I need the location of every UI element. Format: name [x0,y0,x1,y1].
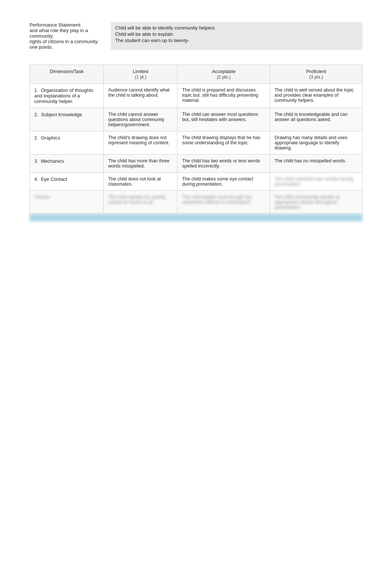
col-header-dimension: Dimension/Task [30,65,104,84]
header-line1: Child will be able to identify community… [115,25,358,31]
cell-acceptable: The child can answer most questions but,… [178,108,270,131]
cell-limited: The child speaks too quietly, cannot be … [104,191,178,214]
header-line2: and what role they play in a community. [30,28,88,39]
table-row: 4. Eye ContactThe child does not look at… [30,173,362,191]
header-section: Performance Statement: and what role the… [30,22,362,50]
cell-dimension: 4. Eye Contact [30,173,104,191]
header-line5: The student can earn up to twenty- [115,38,358,43]
cell-limited: Audience cannot identify what the child … [104,84,178,108]
cell-dimension: 3. Mechanics [30,155,104,173]
performance-statement-label: Performance Statement: [30,22,82,28]
table-row: VolumeThe child speaks too quietly, cann… [30,191,362,214]
cell-proficient: The child is knowledgeable and can answe… [270,108,362,131]
table-row: 3. MechanicsThe child has more than thre… [30,155,362,173]
cell-limited: The child has more than three words miss… [104,155,178,173]
header-right: Child will be able to identify community… [111,22,362,50]
cell-limited: The child does not look at classmates. [104,173,178,191]
header-line3: Child will be able to explain [115,31,358,37]
cell-dimension: 2. Subject Knowledge [30,108,104,131]
col-header-acceptable: Acceptable (2 pts.) [178,65,270,84]
rubric-table: Dimension/Task Limited (1 pt.) Acceptabl… [30,65,362,214]
cell-acceptable: The child has two words or less words sp… [178,155,270,173]
table-row: 1. Organization of thoughts and explanat… [30,84,362,108]
cell-proficient: The child is well versed about the topic… [270,84,362,108]
header-label: Performance Statement: and what role the… [30,22,111,50]
col-header-limited: Limited (1 pt.) [104,65,178,84]
cell-dimension: Volume [30,191,104,214]
cell-proficient: The child maintains eye contact during p… [270,173,362,191]
cell-limited: The child's drawing does not represent m… [104,131,178,155]
table-header-row: Dimension/Task Limited (1 pt.) Acceptabl… [30,65,362,84]
cell-proficient: Drawing has many details and uses approp… [270,131,362,155]
header-line4: rights of citizens in a community. [30,39,99,44]
cell-limited: The child cannot answer questions about … [104,108,178,131]
cell-proficient: The child has no misspelled words. [270,155,362,173]
table-footer-bar [30,214,362,221]
cell-acceptable: The child makes some eye contact during … [178,173,270,191]
cell-proficient: The child consistently speaks at appropr… [270,191,362,214]
cell-acceptable: The child speaks loud enough but, someti… [178,191,270,214]
cell-dimension: 1. Organization of thoughts and explanat… [30,84,104,108]
col-header-proficient: Proficient (3 pts.) [270,65,362,84]
table-row: 2. GraphicsThe child's drawing does not … [30,131,362,155]
cell-acceptable: The child is prepared and discusses topi… [178,84,270,108]
cell-dimension: 2. Graphics [30,131,104,155]
cell-acceptable: The child drawing displays that he has s… [178,131,270,155]
table-row: 2. Subject KnowledgeThe child cannot ans… [30,108,362,131]
header-line6: one points. [30,44,53,50]
